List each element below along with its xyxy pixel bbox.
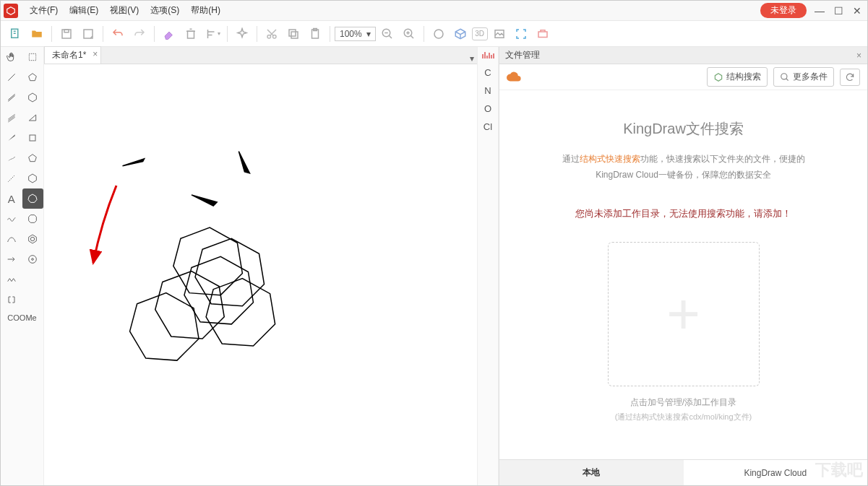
svg-marker-22 bbox=[8, 134, 14, 141]
cube-button[interactable] bbox=[450, 24, 470, 44]
menu-edit[interactable]: 编辑(E) bbox=[64, 1, 104, 19]
curve-tool[interactable] bbox=[1, 229, 22, 249]
triple-line-tool[interactable] bbox=[1, 108, 22, 128]
wave-tool[interactable] bbox=[1, 209, 22, 229]
app-logo bbox=[4, 4, 18, 18]
undo-button[interactable] bbox=[108, 24, 128, 44]
element-cl[interactable]: Cl bbox=[484, 121, 492, 132]
structure-search-button[interactable]: 结构搜索 bbox=[707, 67, 768, 87]
titlebar: 文件(F) 编辑(E) 视图(V) 选项(S) 帮助(H) 未登录 — ☐ ✕ bbox=[1, 1, 867, 21]
svg-point-43 bbox=[781, 73, 787, 79]
copy-button[interactable] bbox=[283, 24, 304, 44]
svg-rect-17 bbox=[538, 32, 547, 38]
save-as-button[interactable] bbox=[78, 24, 98, 44]
svg-rect-5 bbox=[188, 31, 194, 38]
tab-close-icon[interactable]: × bbox=[93, 49, 98, 59]
cloud-icon[interactable] bbox=[507, 70, 521, 84]
eraser-button[interactable] bbox=[159, 24, 179, 44]
image-button[interactable] bbox=[489, 24, 510, 44]
save-button[interactable] bbox=[56, 24, 77, 44]
align-button[interactable]: ▾ bbox=[202, 24, 223, 44]
tab-label: 未命名1* bbox=[52, 50, 86, 60]
square-tool[interactable] bbox=[22, 128, 44, 148]
paste-button[interactable] bbox=[305, 24, 325, 44]
delete-button[interactable] bbox=[181, 24, 201, 44]
svg-rect-3 bbox=[64, 30, 69, 32]
maximize-button[interactable]: ☐ bbox=[831, 5, 846, 17]
panel-toolbar: 结构搜索 更多条件 bbox=[499, 64, 867, 90]
menu-file[interactable]: 文件(F) bbox=[24, 1, 64, 19]
ring-button[interactable] bbox=[429, 24, 449, 44]
scan-button[interactable] bbox=[511, 24, 531, 44]
drawing-canvas[interactable] bbox=[44, 64, 477, 485]
svg-point-31 bbox=[32, 259, 34, 261]
svg-marker-24 bbox=[29, 155, 37, 162]
dash-line-tool[interactable] bbox=[1, 168, 22, 188]
octagon-tool[interactable] bbox=[22, 209, 44, 229]
chain-tool[interactable] bbox=[1, 269, 22, 290]
svg-marker-20 bbox=[29, 93, 37, 102]
more-filters-button[interactable]: 更多条件 bbox=[773, 67, 834, 87]
text-tool[interactable]: A bbox=[1, 188, 22, 209]
menu-view[interactable]: 视图(V) bbox=[104, 1, 145, 19]
empty-hint-sub: (通过结构式快速搜索cdx/mol/king文件) bbox=[615, 412, 752, 422]
blank-tool[interactable] bbox=[22, 269, 44, 290]
new-file-button[interactable] bbox=[5, 24, 25, 44]
redo-button[interactable] bbox=[129, 24, 150, 44]
pentagon2-tool[interactable] bbox=[22, 148, 44, 168]
hexagon2-tool[interactable] bbox=[22, 168, 44, 188]
arrow-tool[interactable] bbox=[1, 249, 22, 269]
add-directory-box[interactable]: + bbox=[608, 242, 760, 386]
3d-button[interactable]: 3D bbox=[472, 27, 488, 40]
svg-marker-39 bbox=[206, 279, 275, 346]
heptagon-tool[interactable] bbox=[22, 188, 44, 209]
document-tab[interactable]: 未命名1* × bbox=[44, 46, 101, 64]
svg-rect-23 bbox=[30, 135, 35, 141]
hexagon-tool[interactable] bbox=[22, 87, 44, 108]
name-button[interactable] bbox=[533, 24, 553, 44]
hash-wedge-tool[interactable] bbox=[1, 148, 22, 168]
svg-rect-2 bbox=[62, 30, 71, 38]
clean-button[interactable] bbox=[232, 24, 252, 44]
tab-local[interactable]: 本地 bbox=[499, 460, 684, 485]
zoom-select[interactable]: 100%▾ bbox=[335, 27, 376, 41]
wedge-tool[interactable] bbox=[1, 128, 22, 148]
svg-point-14 bbox=[434, 30, 443, 38]
double-line-tool[interactable] bbox=[1, 87, 22, 108]
spectrum-icon[interactable] bbox=[481, 50, 494, 60]
empty-description: 通过结构式快速搜索功能，快速搜索以下文件夹的文件，便捷的 KingDraw Cl… bbox=[562, 152, 805, 183]
element-n[interactable]: N bbox=[484, 85, 491, 96]
panel-close-icon[interactable]: × bbox=[856, 51, 861, 61]
benzene-tool[interactable] bbox=[22, 229, 44, 249]
target-tool[interactable] bbox=[22, 249, 44, 269]
open-file-button[interactable] bbox=[27, 24, 47, 44]
zoom-in-button[interactable] bbox=[399, 24, 419, 44]
svg-marker-32 bbox=[123, 159, 145, 166]
tab-dropdown-icon[interactable]: ▾ bbox=[470, 53, 474, 64]
element-c[interactable]: C bbox=[484, 67, 491, 78]
svg-marker-25 bbox=[29, 174, 37, 183]
svg-marker-26 bbox=[28, 194, 37, 202]
marquee-tool[interactable] bbox=[22, 47, 44, 67]
close-button[interactable]: ✕ bbox=[850, 5, 864, 17]
login-button[interactable]: 未登录 bbox=[760, 3, 807, 18]
bracket-tool[interactable] bbox=[1, 290, 22, 310]
svg-marker-36 bbox=[195, 238, 264, 305]
blank2-tool[interactable] bbox=[22, 290, 44, 310]
svg-point-30 bbox=[29, 256, 37, 264]
menu-help[interactable]: 帮助(H) bbox=[185, 1, 226, 19]
empty-warning: 您尚未添加工作目录，无法使用搜索功能，请添加！ bbox=[575, 207, 791, 220]
menu-options[interactable]: 选项(S) bbox=[145, 1, 185, 19]
hand-tool[interactable] bbox=[1, 47, 22, 67]
minimize-button[interactable]: — bbox=[812, 5, 827, 17]
refresh-button[interactable] bbox=[840, 69, 860, 86]
element-o[interactable]: O bbox=[484, 103, 491, 114]
coome-label[interactable]: COOMe bbox=[1, 310, 43, 326]
element-strip: C N O Cl bbox=[477, 47, 499, 485]
zoom-out-button[interactable] bbox=[377, 24, 398, 44]
line-tool[interactable] bbox=[1, 67, 22, 87]
triangle-tool[interactable] bbox=[22, 108, 44, 128]
tab-cloud[interactable]: KingDraw Cloud bbox=[684, 460, 868, 485]
pentagon-tool[interactable] bbox=[22, 67, 44, 87]
cut-button[interactable] bbox=[262, 24, 282, 44]
